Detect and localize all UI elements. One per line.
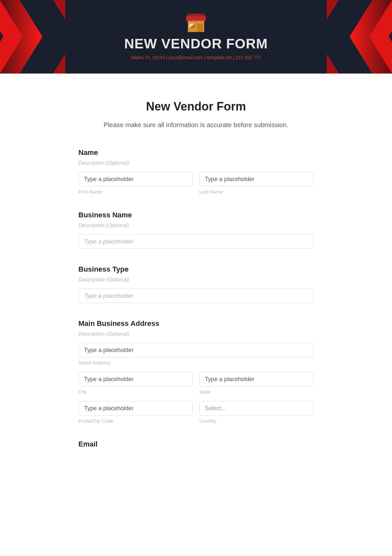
header-banner: NEW VENDOR FORM Miami, FL 33124 | your@e…: [0, 0, 392, 74]
city-input[interactable]: [78, 372, 193, 386]
first-name-input[interactable]: [78, 172, 193, 186]
address-label: Main Business Address: [78, 319, 314, 328]
business-name-description: Description (Optional): [78, 223, 314, 228]
banner-title: NEW VENDOR FORM: [124, 36, 268, 52]
country-sublabel: Country: [199, 418, 314, 424]
street-sublabel: Street Address: [78, 360, 314, 365]
country-select[interactable]: Select...: [199, 401, 314, 415]
business-name-label: Business Name: [78, 211, 314, 219]
postal-input[interactable]: [78, 401, 193, 415]
page-title: New Vendor Form: [78, 100, 314, 113]
store-icon: [185, 14, 207, 33]
last-name-input[interactable]: [199, 172, 314, 186]
field-address: Main Business Address Description (Optio…: [78, 319, 314, 424]
name-label: Name: [78, 148, 314, 157]
postal-sublabel: Postal/Zip Code: [78, 418, 193, 424]
field-name: Name Description (Optional) First Name L…: [78, 148, 314, 194]
form-content: New Vendor Form Please make sure all inf…: [62, 74, 330, 478]
business-type-label: Business Type: [78, 265, 314, 274]
field-email: Email: [78, 440, 314, 448]
business-name-input[interactable]: [78, 234, 314, 249]
page-description: Please make sure all information is accu…: [78, 121, 314, 129]
business-type-input[interactable]: [78, 289, 314, 303]
business-type-description: Description (Optional): [78, 277, 314, 283]
field-business-name: Business Name Description (Optional): [78, 211, 314, 249]
last-name-sublabel: Last Name: [199, 189, 314, 194]
svg-marker-12: [186, 14, 206, 16]
first-name-sublabel: First Name: [78, 189, 193, 194]
svg-rect-9: [197, 24, 203, 32]
address-description: Description (Optional): [78, 331, 314, 337]
banner-subtitle: Miami, FL 33124 | your@email.com | templ…: [131, 55, 261, 60]
email-label: Email: [78, 440, 314, 448]
state-input[interactable]: [199, 372, 314, 386]
city-sublabel: City: [78, 389, 193, 395]
field-business-type: Business Type Description (Optional): [78, 265, 314, 303]
state-sublabel: State: [199, 389, 314, 395]
name-description: Description (Optional): [78, 160, 314, 166]
street-address-input[interactable]: [78, 343, 314, 357]
